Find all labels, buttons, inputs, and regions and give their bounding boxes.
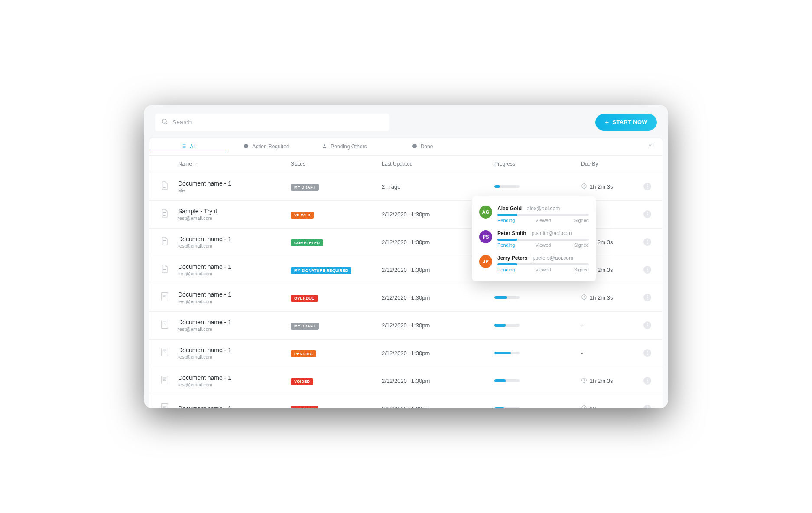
svg-point-38 [647, 268, 648, 268]
progress-cell [494, 407, 581, 408]
progress-bar [494, 379, 520, 382]
tab-pending-others[interactable]: Pending Others [305, 144, 383, 150]
svg-rect-3 [183, 144, 186, 145]
start-now-label: START NOW [613, 119, 647, 125]
tab-done[interactable]: Done [383, 144, 461, 150]
svg-point-8 [244, 144, 248, 148]
tab-all[interactable]: All [149, 144, 227, 150]
search-box[interactable] [155, 114, 389, 131]
list-icon [181, 144, 186, 150]
person-progress-bar [497, 239, 589, 241]
due-cell: 1h 2m 3s [581, 377, 638, 385]
more-button[interactable] [643, 183, 651, 190]
progress-popover: AGAlex Goldalex@aoi.comPendingViewedSign… [472, 196, 596, 281]
start-now-button[interactable]: + START NOW [595, 114, 657, 131]
svg-rect-4 [182, 146, 183, 146]
col-due[interactable]: Due By [581, 161, 638, 167]
person-progress-bar [497, 263, 589, 265]
clock-icon [581, 183, 587, 190]
document-sender: test@email.com [178, 271, 291, 276]
progress-bar [494, 352, 520, 354]
name-cell: Document name - 1Me [178, 180, 291, 193]
more-button[interactable] [643, 238, 651, 246]
row-actions [638, 183, 651, 190]
more-button[interactable] [643, 405, 651, 408]
more-button[interactable] [643, 294, 651, 301]
svg-rect-41 [162, 292, 168, 301]
svg-rect-75 [162, 403, 168, 408]
plus-icon: + [605, 118, 609, 126]
topbar: + START NOW [144, 105, 668, 138]
status-cell: OVERDUE [291, 294, 382, 302]
person-name: Jerry Peters [497, 255, 527, 261]
table-row[interactable]: Document name - 1OVERDUE2/12/20201:30pm1… [149, 395, 663, 408]
status-cell: OVERDUE [291, 405, 382, 408]
document-sender: test@email.com [178, 216, 291, 221]
person-name: Peter Smith [497, 230, 526, 236]
due-cell: - [581, 350, 638, 356]
status-cell: MY SIGNATURE REQUIRED [291, 266, 382, 274]
due-cell: - [581, 322, 638, 329]
document-name: Sample - Try it! [178, 208, 291, 215]
document-icon [161, 347, 178, 359]
table-row[interactable]: Document name - 1test@email.comOVERDUE2/… [149, 284, 663, 312]
document-sender: test@email.com [178, 382, 291, 387]
svg-point-32 [647, 242, 648, 242]
col-status[interactable]: Status [291, 161, 382, 167]
status-cell: PENDING [291, 349, 382, 357]
document-icon [161, 403, 178, 408]
more-button[interactable] [643, 266, 651, 274]
svg-point-26 [647, 216, 648, 216]
document-icon [161, 236, 178, 248]
check-circle-icon [412, 144, 417, 150]
more-button[interactable] [643, 349, 651, 357]
svg-point-24 [647, 212, 648, 213]
svg-point-72 [647, 379, 648, 379]
col-name[interactable]: Name [178, 161, 291, 167]
more-button[interactable] [643, 377, 651, 385]
svg-rect-50 [162, 320, 168, 328]
sort-arrow-icon [194, 161, 197, 167]
sort-button[interactable] [648, 142, 655, 151]
more-button[interactable] [643, 210, 651, 218]
status-badge: OVERDUE [291, 406, 318, 408]
progress-bar [494, 324, 520, 327]
progress-cell [494, 324, 581, 327]
table-row[interactable]: Document name - 1test@email.comMY DRAFT2… [149, 312, 663, 340]
person-stages: PendingViewedSigned [497, 267, 589, 272]
svg-line-1 [166, 123, 167, 124]
progress-bar [494, 185, 520, 188]
person-email: alex@aoi.com [527, 206, 560, 212]
avatar: PS [479, 230, 492, 243]
name-cell: Document name - 1test@email.com [178, 346, 291, 359]
row-actions [638, 294, 651, 301]
name-cell: Document name - 1 [178, 405, 291, 408]
row-actions [638, 321, 651, 329]
table-row[interactable]: Document name - 1test@email.comVOIDED2/1… [149, 367, 663, 395]
svg-point-73 [647, 380, 648, 381]
svg-point-39 [647, 269, 648, 270]
svg-rect-7 [183, 147, 186, 147]
col-updated[interactable]: Last Updated [382, 161, 494, 167]
svg-point-49 [647, 299, 648, 300]
table-row[interactable]: Document name - 1test@email.comPENDING2/… [149, 340, 663, 367]
document-icon [161, 292, 178, 303]
svg-point-55 [647, 323, 648, 324]
more-button[interactable] [643, 321, 651, 329]
svg-point-82 [647, 408, 648, 408]
svg-point-56 [647, 325, 648, 326]
user-icon [322, 144, 327, 150]
document-sender: Me [178, 188, 291, 193]
updated-cell: 2/12/20201:30pm [382, 350, 494, 356]
tab-action-required[interactable]: Action Required [227, 144, 305, 150]
person-name: Alex Gold [497, 206, 522, 212]
name-cell: Document name - 1test@email.com [178, 374, 291, 387]
search-input[interactable] [172, 119, 383, 126]
col-progress[interactable]: Progress [494, 161, 581, 167]
status-badge: PENDING [291, 350, 316, 357]
progress-bar [494, 407, 520, 408]
document-name: Document name - 1 [178, 291, 291, 298]
clock-icon [581, 294, 587, 301]
row-actions [638, 405, 651, 408]
progress-cell [494, 296, 581, 299]
